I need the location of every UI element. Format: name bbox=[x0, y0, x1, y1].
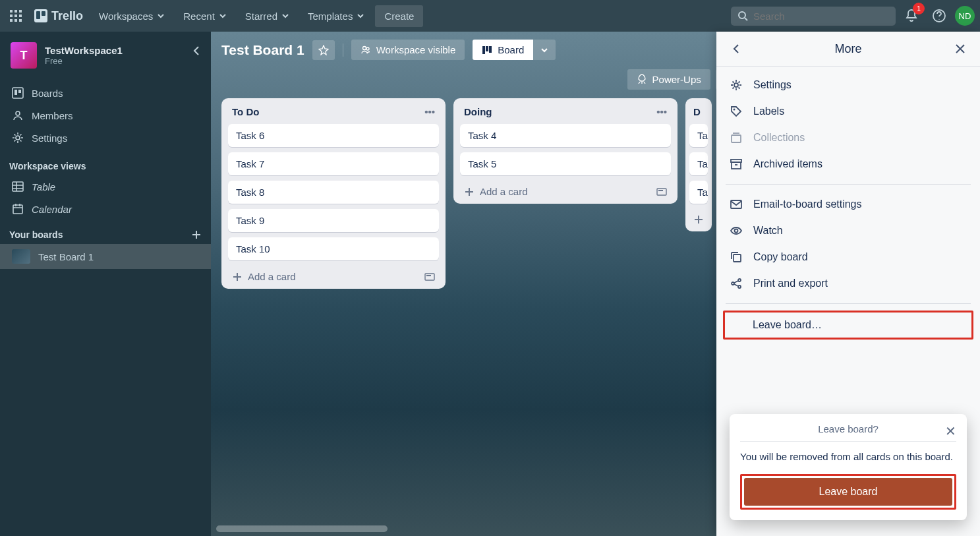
brand-text: Trello bbox=[51, 9, 83, 23]
help-button[interactable] bbox=[927, 4, 951, 28]
create-button[interactable]: Create bbox=[375, 5, 423, 27]
panel-labels[interactable]: Labels bbox=[716, 98, 980, 125]
template-icon[interactable] bbox=[424, 272, 435, 282]
svg-rect-10 bbox=[36, 11, 40, 19]
svg-rect-27 bbox=[425, 274, 434, 280]
card[interactable]: Task 4 bbox=[460, 124, 671, 147]
sidebar-table-view[interactable]: Table bbox=[0, 175, 211, 198]
nav-workspaces[interactable]: Workspaces bbox=[91, 7, 173, 26]
svg-rect-16 bbox=[18, 90, 21, 93]
chevron-down-icon bbox=[219, 12, 227, 20]
panel-email[interactable]: Email-to-board settings bbox=[716, 191, 980, 218]
chevron-down-icon bbox=[281, 12, 289, 20]
panel-archived[interactable]: Archived items bbox=[716, 151, 980, 177]
add-card-button[interactable] bbox=[689, 209, 708, 225]
sidebar-members[interactable]: Members bbox=[0, 104, 211, 127]
card[interactable]: Task 10 bbox=[228, 237, 439, 260]
card[interactable]: Task 9 bbox=[228, 209, 439, 232]
back-icon[interactable] bbox=[730, 42, 743, 55]
leave-board-button[interactable]: Leave board bbox=[744, 478, 952, 506]
notifications-button[interactable]: 1 bbox=[900, 4, 923, 28]
svg-rect-23 bbox=[482, 46, 485, 54]
popover-title: Leave board? bbox=[818, 423, 879, 434]
collapse-sidebar-button[interactable] bbox=[191, 45, 203, 59]
user-avatar[interactable]: ND bbox=[955, 6, 975, 26]
person-icon bbox=[12, 109, 24, 121]
list: Doing••• Task 4 Task 5 Add a card bbox=[453, 98, 677, 204]
add-card-button[interactable]: Add a card bbox=[460, 181, 671, 197]
svg-point-18 bbox=[16, 136, 20, 140]
panel-leave-board[interactable]: Leave board… bbox=[725, 313, 971, 338]
card[interactable]: Ta bbox=[689, 152, 708, 175]
svg-rect-2 bbox=[19, 10, 22, 13]
collection-icon bbox=[730, 131, 743, 144]
top-navigation: Trello Workspaces Recent Starred Templat… bbox=[0, 0, 980, 32]
svg-rect-28 bbox=[426, 275, 431, 276]
nav-starred[interactable]: Starred bbox=[237, 7, 297, 26]
plus-icon[interactable] bbox=[191, 229, 202, 240]
chevron-left-icon bbox=[191, 45, 203, 57]
nav-templates[interactable]: Templates bbox=[300, 7, 372, 26]
list-title[interactable]: Doing bbox=[464, 106, 492, 117]
sidebar-calendar-view[interactable]: Calendar bbox=[0, 198, 211, 220]
view-switcher-button[interactable] bbox=[533, 40, 556, 60]
list-menu-icon[interactable]: ••• bbox=[424, 106, 435, 117]
nav-recent[interactable]: Recent bbox=[175, 7, 235, 26]
board-title[interactable]: Test Board 1 bbox=[221, 42, 304, 58]
sidebar-settings[interactable]: Settings bbox=[0, 127, 211, 149]
plus-icon bbox=[464, 187, 475, 197]
close-icon[interactable] bbox=[954, 42, 967, 55]
sidebar-board-item[interactable]: Test Board 1 bbox=[0, 244, 211, 269]
card[interactable]: Task 6 bbox=[228, 124, 439, 147]
close-icon[interactable]: ✕ bbox=[945, 423, 956, 439]
trello-logo[interactable]: Trello bbox=[29, 9, 88, 23]
help-icon bbox=[932, 9, 946, 23]
svg-rect-24 bbox=[486, 46, 488, 51]
svg-rect-11 bbox=[42, 11, 45, 16]
svg-rect-14 bbox=[13, 88, 23, 98]
add-card-button[interactable]: Add a card bbox=[228, 266, 439, 282]
workspace-header[interactable]: T TestWorkspace1 Free bbox=[0, 32, 211, 79]
panel-print-export[interactable]: Print and export bbox=[716, 270, 980, 297]
sidebar: T TestWorkspace1 Free Boards Members Set… bbox=[0, 32, 211, 536]
svg-rect-25 bbox=[489, 46, 492, 53]
panel-watch[interactable]: Watch bbox=[716, 218, 980, 244]
panel-copy[interactable]: Copy board bbox=[716, 244, 980, 270]
svg-point-12 bbox=[739, 12, 745, 18]
panel-settings[interactable]: Settings bbox=[716, 72, 980, 98]
table-icon bbox=[12, 181, 24, 193]
panel-title: More bbox=[716, 42, 980, 56]
powerups-button[interactable]: Power-Ups bbox=[627, 69, 710, 90]
template-icon[interactable] bbox=[656, 187, 667, 197]
star-button[interactable] bbox=[312, 40, 335, 60]
svg-point-37 bbox=[735, 229, 738, 233]
mail-icon bbox=[730, 198, 743, 211]
svg-rect-29 bbox=[657, 189, 666, 195]
card[interactable]: Task 5 bbox=[460, 152, 671, 175]
svg-point-39 bbox=[732, 282, 734, 285]
card[interactable]: Task 7 bbox=[228, 152, 439, 175]
search-input[interactable] bbox=[753, 11, 889, 22]
board-thumbnail bbox=[12, 249, 30, 264]
svg-rect-6 bbox=[10, 19, 13, 22]
sidebar-boards[interactable]: Boards bbox=[0, 82, 211, 104]
eye-icon bbox=[730, 224, 743, 237]
board-view-button[interactable]: Board bbox=[473, 40, 533, 60]
card[interactable]: Ta bbox=[689, 181, 708, 204]
list-title[interactable]: D bbox=[693, 106, 701, 117]
svg-rect-30 bbox=[658, 190, 663, 191]
apps-icon[interactable] bbox=[5, 5, 26, 26]
card[interactable]: Ta bbox=[689, 124, 708, 147]
archive-icon bbox=[730, 158, 743, 171]
list-title[interactable]: To Do bbox=[232, 106, 259, 117]
list-menu-icon[interactable]: ••• bbox=[656, 106, 667, 117]
visibility-button[interactable]: Workspace visible bbox=[351, 40, 465, 60]
horizontal-scrollbar[interactable] bbox=[216, 525, 388, 532]
card[interactable]: Task 8 bbox=[228, 181, 439, 204]
svg-point-17 bbox=[16, 111, 20, 115]
notification-badge: 1 bbox=[913, 3, 925, 15]
svg-rect-35 bbox=[732, 162, 741, 169]
svg-point-40 bbox=[738, 279, 741, 282]
workspace-icon: T bbox=[11, 42, 37, 69]
search-box[interactable] bbox=[731, 7, 896, 26]
